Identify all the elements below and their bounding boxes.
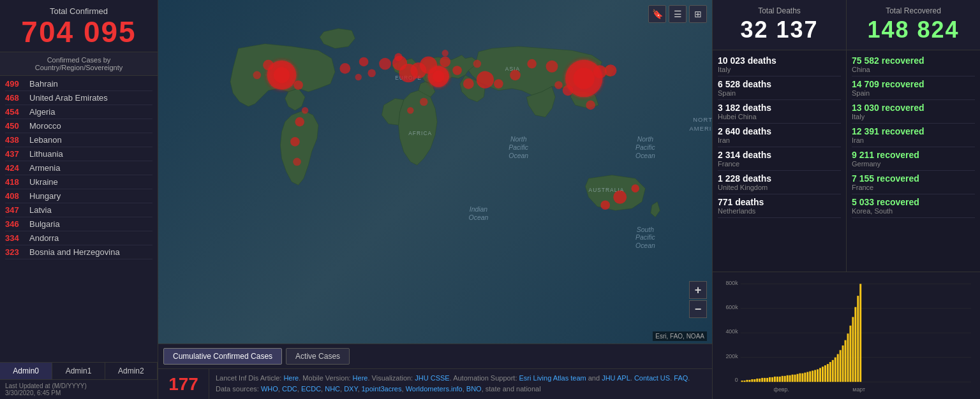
recovered-country: Spain	[852, 89, 975, 97]
svg-rect-80	[766, 378, 768, 382]
svg-rect-110	[842, 345, 844, 382]
dxy-link[interactable]: DXY	[344, 385, 357, 393]
svg-text:Pacific: Pacific	[509, 144, 529, 151]
faq-link[interactable]: FAQ	[674, 374, 688, 382]
svg-rect-92	[796, 374, 798, 382]
1point3acres-link[interactable]: 1point3acres	[362, 385, 402, 393]
country-list-item[interactable]: 346Bulgaria	[5, 217, 152, 231]
death-stat-item: 2 314 deathsFrance	[718, 147, 841, 171]
svg-text:AMERICA: AMERICA	[689, 125, 712, 132]
zoom-out-button[interactable]: −	[689, 300, 707, 318]
svg-rect-89	[789, 375, 791, 382]
deaths-list: 10 023 deathsItaly6 528 deathsSpain3 182…	[713, 50, 847, 272]
country-count: 323	[5, 247, 29, 257]
svg-text:Ocean: Ocean	[509, 152, 528, 159]
country-list-item[interactable]: 450Morocco	[5, 119, 152, 133]
bottom-info: 177 Lancet Inf Dis Article: Here. Mobile…	[158, 368, 712, 399]
svg-point-55	[442, 50, 448, 56]
svg-point-36	[394, 53, 403, 61]
svg-point-41	[510, 69, 521, 80]
svg-point-29	[605, 64, 617, 76]
zoom-in-button[interactable]: +	[689, 281, 707, 299]
left-sidebar: Total Confirmed 704 095 Confirmed Cases …	[0, 0, 158, 399]
svg-point-30	[613, 191, 627, 204]
death-stat-item: 1 228 deathsUnited Kingdom	[718, 171, 841, 194]
map-area[interactable]: North Pacific Ocean North Pacific Ocean …	[158, 0, 712, 344]
death-country: Netherlands	[718, 207, 841, 215]
esri-link[interactable]: Esri Living Atlas team	[519, 374, 586, 382]
svg-point-32	[631, 184, 639, 192]
article-here-link[interactable]: Here	[283, 374, 299, 382]
death-country: Hubei China	[718, 113, 841, 120]
svg-point-59	[355, 74, 362, 80]
svg-point-53	[302, 107, 308, 113]
country-name: Andorra	[29, 233, 59, 243]
death-country: Iran	[718, 136, 841, 144]
map-tab-1[interactable]: Active Cases	[286, 348, 350, 365]
bno-link[interactable]: BNO	[466, 385, 482, 393]
cdc-link[interactable]: CDC	[282, 385, 297, 393]
total-confirmed-number: 704 095	[8, 17, 150, 47]
country-count: 334	[5, 233, 29, 243]
svg-rect-70	[741, 381, 743, 382]
svg-text:400k: 400k	[725, 328, 738, 335]
svg-text:Indian: Indian	[470, 206, 488, 213]
death-count: 10 023 deaths	[718, 55, 841, 66]
country-list-item[interactable]: 468United Arab Emirates	[5, 91, 152, 105]
admin-tab-admin2[interactable]: Admin2	[105, 363, 158, 379]
nhc-link[interactable]: NHC	[325, 385, 340, 393]
country-name: Hungary	[29, 191, 61, 201]
svg-rect-81	[769, 377, 771, 382]
recovered-list: 75 582 recoveredChina14 709 recoveredSpa…	[847, 50, 980, 272]
svg-rect-90	[792, 375, 794, 382]
country-list-item[interactable]: 334Andorra	[5, 231, 152, 245]
recovered-stat-item: 7 155 recoveredFrance	[852, 171, 975, 194]
country-list-item[interactable]: 438Lebanon	[5, 133, 152, 147]
ecdc-link[interactable]: ECDC	[301, 385, 321, 393]
svg-rect-75	[754, 379, 755, 382]
worldometers-link[interactable]: Worldometers.info	[406, 385, 463, 393]
death-country: United Kingdom	[718, 184, 841, 191]
recovered-country: Iran	[852, 136, 975, 144]
map-tab-0[interactable]: Cumulative Confirmed Cases	[163, 348, 282, 365]
mobile-here-link[interactable]: Here	[353, 374, 368, 382]
country-list-item[interactable]: 323Bosnia and Herzegovina	[5, 245, 152, 259]
who-link[interactable]: WHO	[261, 385, 278, 393]
death-count: 2 314 deaths	[718, 150, 841, 160]
map-attribution: Esri, FAO, NOAA	[653, 331, 707, 341]
admin-tab-admin1[interactable]: Admin1	[52, 363, 105, 379]
world-map-svg: North Pacific Ocean North Pacific Ocean …	[158, 0, 712, 344]
svg-point-28	[593, 65, 607, 78]
country-count: 418	[5, 177, 29, 187]
deaths-panel: Total Deaths 32 137	[713, 0, 847, 50]
jhu-csse-link[interactable]: JHU CSSE	[415, 374, 449, 382]
map-container: North Pacific Ocean North Pacific Ocean …	[158, 0, 712, 399]
country-list-item[interactable]: 424Armenia	[5, 161, 152, 175]
country-list-item[interactable]: 454Algeria	[5, 105, 152, 119]
svg-point-42	[527, 59, 537, 69]
country-list-item[interactable]: 437Lithuania	[5, 147, 152, 161]
bookmark-button[interactable]: 🔖	[648, 5, 666, 23]
jhu-apl-link[interactable]: JHU APL	[602, 374, 630, 382]
country-name: Armenia	[29, 163, 60, 173]
grid-button[interactable]: ⊞	[689, 5, 707, 23]
country-list-item[interactable]: 347Latvia	[5, 203, 152, 217]
country-list-item[interactable]: 499Bahrain	[5, 77, 152, 91]
list-button[interactable]: ☰	[669, 5, 687, 23]
svg-point-38	[452, 66, 462, 75]
svg-text:600k: 600k	[725, 304, 738, 310]
admin-tab-admin0[interactable]: Admin0	[0, 363, 52, 379]
recovered-stat-item: 9 211 recoveredGermany	[852, 147, 975, 171]
country-count: 437	[5, 149, 29, 159]
recovered-country: China	[852, 66, 975, 73]
country-list-item[interactable]: 418Ukraine	[5, 175, 152, 189]
recovered-country: France	[852, 184, 975, 191]
contact-link[interactable]: Contact US	[634, 374, 670, 382]
country-count: 454	[5, 107, 29, 117]
svg-text:AFRICA: AFRICA	[408, 130, 432, 136]
recovered-stat-item: 13 030 recoveredItaly	[852, 100, 975, 124]
svg-rect-106	[832, 360, 834, 382]
country-list-item[interactable]: 408Hungary	[5, 189, 152, 203]
svg-point-33	[339, 63, 350, 74]
svg-point-51	[290, 137, 300, 147]
